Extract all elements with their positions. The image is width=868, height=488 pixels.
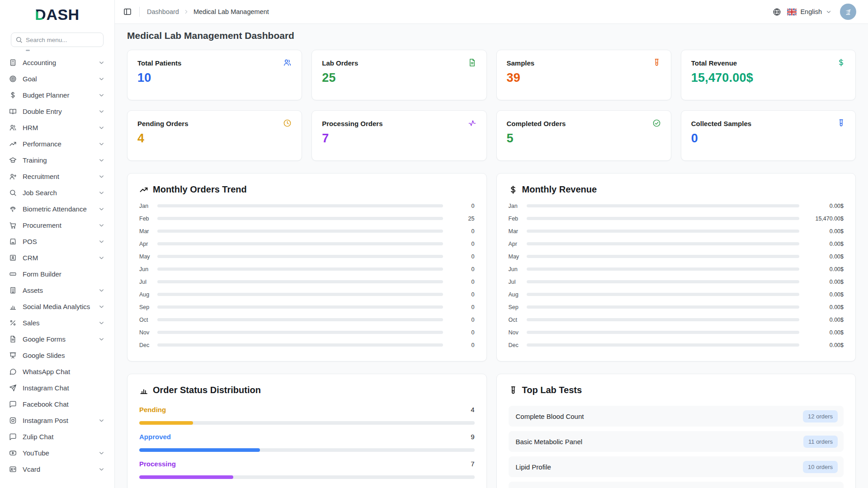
send-icon bbox=[9, 384, 17, 392]
sidebar-item-accounting[interactable]: Accounting bbox=[0, 54, 114, 70]
sidebar-item-label: Training bbox=[23, 156, 98, 164]
sidebar-item-label: Sales bbox=[23, 319, 98, 327]
sidebar-item-google-forms[interactable]: Google Forms bbox=[0, 331, 114, 347]
sidebar-toggle-icon[interactable] bbox=[123, 7, 132, 16]
topbar-right: English bbox=[773, 4, 856, 20]
sidebar-item-instagram-chat[interactable]: Instagram Chat bbox=[0, 380, 114, 396]
bar-value: 0 bbox=[449, 228, 475, 235]
sidebar-item-performance[interactable]: Performance bbox=[0, 136, 114, 152]
panel-order-status-distribution: Order Status DistributionPending4Approve… bbox=[127, 374, 487, 488]
sidebar-item-job-search[interactable]: Job Search bbox=[0, 184, 114, 201]
stat-label: Samples bbox=[507, 59, 661, 67]
search-icon bbox=[15, 36, 23, 43]
sidebar-item-assets[interactable]: Assets bbox=[0, 282, 114, 298]
target-icon bbox=[9, 75, 17, 83]
sidebar-item-label: Recruitment bbox=[23, 173, 98, 180]
sidebar-item-social-media-analytics[interactable]: Social Media Analytics bbox=[0, 298, 114, 314]
sidebar: DASH AccountingGoalBudget PlannerDouble … bbox=[0, 0, 115, 488]
sidebar-item-sales[interactable]: Sales bbox=[0, 314, 114, 331]
stat-value: 5 bbox=[507, 131, 661, 145]
sidebar-item-goal[interactable]: Goal bbox=[0, 70, 114, 87]
sidebar-item-double-entry[interactable]: Double Entry bbox=[0, 103, 114, 119]
chart-row-jun: Jun0 bbox=[139, 264, 475, 274]
chevron-down-icon bbox=[98, 189, 105, 196]
sidebar-item-budget-planner[interactable]: Budget Planner bbox=[0, 87, 114, 103]
bar-track bbox=[157, 343, 443, 347]
month-label: Apr bbox=[139, 241, 155, 247]
bar-track bbox=[527, 318, 800, 321]
language-selector[interactable]: English bbox=[787, 8, 832, 15]
bar-track bbox=[157, 217, 443, 220]
sidebar-item-instagram-post[interactable]: Instagram Post bbox=[0, 412, 114, 428]
bar-track bbox=[527, 267, 800, 271]
chart-row-oct: Oct0 bbox=[139, 314, 475, 325]
trending-up-icon bbox=[139, 185, 148, 194]
globe-icon[interactable] bbox=[773, 8, 781, 16]
sidebar-item-recruitment[interactable]: Recruitment bbox=[0, 168, 114, 184]
month-label: Dec bbox=[139, 342, 155, 348]
bar-value: 0.00$ bbox=[806, 253, 844, 260]
chart-row-nov: Nov0.00$ bbox=[509, 327, 844, 338]
chevron-down-icon bbox=[98, 417, 105, 424]
stat-value: 10 bbox=[137, 71, 292, 85]
chart-row-aug: Aug0.00$ bbox=[509, 289, 844, 300]
sidebar-item-google-slides[interactable]: Google Slides bbox=[0, 347, 114, 363]
lab-test-row-complete-blood-count: Complete Blood Count12 orders bbox=[509, 406, 844, 427]
lab-test-name: Complete Blood Count bbox=[516, 413, 584, 420]
chart-row-nov: Nov0 bbox=[139, 327, 475, 338]
bar-track bbox=[139, 475, 475, 479]
chart-row-sep: Sep0 bbox=[139, 302, 475, 312]
bar-track bbox=[157, 204, 443, 207]
sidebar-item-form-builder[interactable]: Form Builder bbox=[0, 266, 114, 282]
chart-row-aug: Aug0 bbox=[139, 289, 475, 300]
bar-track bbox=[527, 204, 800, 207]
bar-track bbox=[139, 448, 475, 452]
month-label: Aug bbox=[509, 291, 524, 298]
panel-title-text: Top Lab Tests bbox=[522, 385, 582, 395]
panel-title: Monthly Revenue bbox=[509, 184, 844, 195]
bar-track bbox=[157, 267, 443, 271]
sidebar-item-crm[interactable]: CRM bbox=[0, 249, 114, 266]
bar-value: 0 bbox=[449, 291, 475, 298]
month-label: Mar bbox=[509, 228, 524, 235]
user-avatar[interactable] bbox=[840, 4, 856, 20]
sidebar-item-whatsapp-chat[interactable]: WhatsApp Chat bbox=[0, 363, 114, 380]
sidebar-item-zulip-chat[interactable]: Zulip Chat bbox=[0, 428, 114, 445]
breadcrumb-section[interactable]: Dashboard bbox=[147, 8, 179, 15]
chart-rows: Jan0.00$Feb15,470.00$Mar0.00$Apr0.00$May… bbox=[509, 201, 844, 350]
panel-monthly-orders-trend: Monthly Orders TrendJan0Feb25Mar0Apr0May… bbox=[127, 173, 487, 361]
sidebar-item-label: Form Builder bbox=[23, 270, 105, 278]
bar-track bbox=[527, 242, 800, 245]
users-icon bbox=[9, 124, 17, 131]
sidebar-item-label: Vcard bbox=[23, 465, 98, 473]
presentation-icon bbox=[9, 352, 17, 359]
bar-value: 0 bbox=[449, 329, 475, 336]
search-input[interactable] bbox=[11, 33, 104, 47]
bar-value: 0.00$ bbox=[806, 241, 844, 247]
chart-row-mar: Mar0.00$ bbox=[509, 226, 844, 236]
sidebar-item-vcard[interactable]: Vcard bbox=[0, 461, 114, 477]
stat-label: Completed Orders bbox=[507, 120, 661, 127]
chevron-down-icon bbox=[98, 238, 105, 245]
stats-grid: Total Patients10Lab Orders25Samples39Tot… bbox=[127, 50, 856, 161]
bar-chart-icon bbox=[9, 303, 17, 310]
bar-value: 0 bbox=[449, 279, 475, 285]
sidebar-item-training[interactable]: Training bbox=[0, 152, 114, 168]
panel-title: Order Status Distribution bbox=[139, 385, 475, 395]
sidebar-item-label: POS bbox=[23, 238, 98, 245]
sidebar-item-biometric-attendance[interactable]: Biometric Attendance bbox=[0, 201, 114, 217]
panel-title-text: Monthly Revenue bbox=[522, 184, 597, 195]
sidebar-item-pos[interactable]: POS bbox=[0, 233, 114, 249]
bar-track bbox=[157, 331, 443, 334]
sidebar-item-procurement[interactable]: Procurement bbox=[0, 217, 114, 233]
sidebar-item-facebook-chat[interactable]: Facebook Chat bbox=[0, 396, 114, 412]
store-icon bbox=[9, 238, 17, 245]
bar-track bbox=[527, 217, 800, 220]
instagram-icon bbox=[9, 417, 17, 424]
sidebar-item-youtube[interactable]: YouTube bbox=[0, 445, 114, 461]
dollar-icon bbox=[837, 58, 845, 67]
sidebar-item-label: Biometric Attendance bbox=[23, 205, 98, 213]
bar-track bbox=[157, 305, 443, 309]
bar-value: 0 bbox=[449, 203, 475, 209]
sidebar-item-hrm[interactable]: HRM bbox=[0, 119, 114, 136]
